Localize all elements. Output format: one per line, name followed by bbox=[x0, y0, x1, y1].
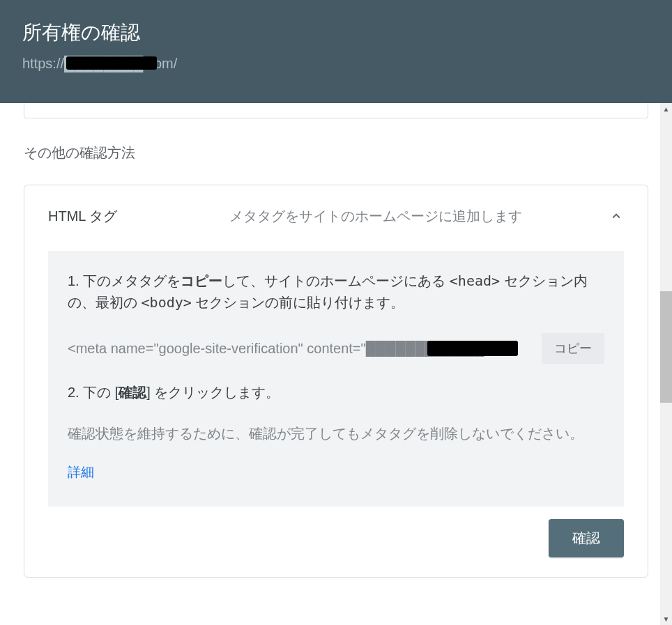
section-label: その他の確認方法 bbox=[24, 144, 648, 162]
content-area: その他の確認方法 HTML タグ メタタグをサイトのホームページに追加します 1… bbox=[0, 103, 672, 625]
redacted-content bbox=[427, 341, 518, 356]
page-header: 所有権の確認 https://████████.com/ bbox=[0, 0, 672, 103]
property-url: https://████████.com/ bbox=[22, 56, 177, 72]
details-link[interactable]: 詳細 bbox=[68, 465, 94, 479]
method-name: HTML タグ bbox=[48, 207, 229, 226]
retention-note: 確認状態を維持するために、確認が完了してもメタタグを削除しないでください。 bbox=[68, 423, 604, 444]
confirm-row: 確認 bbox=[48, 519, 624, 557]
step-1: 1. 下のメタタグをコピーして、サイトのホームページにある <head> セクシ… bbox=[68, 270, 604, 314]
verification-method-card: HTML タグ メタタグをサイトのホームページに追加します 1. 下のメタタグを… bbox=[24, 185, 648, 578]
method-header[interactable]: HTML タグ メタタグをサイトのホームページに追加します bbox=[48, 206, 624, 226]
scroll-up-arrow-icon[interactable]: ▲ bbox=[660, 103, 672, 115]
copy-button[interactable]: コピー bbox=[542, 333, 604, 364]
scroll-thumb[interactable] bbox=[660, 291, 672, 403]
meta-tag-code[interactable]: <meta name="google-site-verification" co… bbox=[68, 341, 533, 357]
instructions-panel: 1. 下のメタタグをコピーして、サイトのホームページにある <head> セクシ… bbox=[48, 251, 624, 507]
step-2: 2. 下の [確認] をクリックします。 bbox=[68, 382, 604, 403]
confirm-button[interactable]: 確認 bbox=[549, 519, 624, 557]
vertical-scrollbar[interactable]: ▲ ▼ bbox=[660, 103, 672, 625]
page-title: 所有権の確認 bbox=[22, 20, 650, 46]
method-desc: メタタグをサイトのホームページに追加します bbox=[229, 206, 522, 226]
chevron-up-icon bbox=[609, 208, 624, 224]
meta-tag-row: <meta name="google-site-verification" co… bbox=[68, 333, 604, 364]
previous-card-stub bbox=[24, 103, 648, 118]
scroll-down-arrow-icon[interactable]: ▼ bbox=[660, 613, 672, 625]
